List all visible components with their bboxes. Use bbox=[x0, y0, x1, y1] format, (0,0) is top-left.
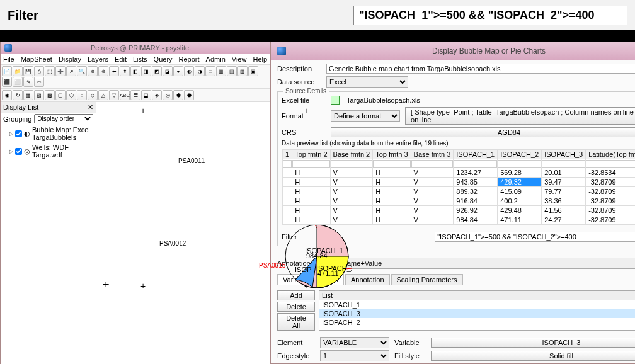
col-hdr[interactable]: Latitude(Top fmtn) (Lat) bbox=[586, 149, 635, 159]
tool-icon[interactable]: □ bbox=[205, 66, 215, 76]
menu-lists[interactable]: Lists bbox=[133, 55, 147, 63]
tool-icon[interactable]: ◇ bbox=[88, 90, 98, 100]
fill-style-button[interactable]: Solid fill bbox=[431, 351, 635, 361]
variable-button[interactable]: ISOPACH_3 bbox=[431, 338, 635, 348]
delete-button[interactable]: Delete bbox=[277, 302, 315, 312]
tool-icon[interactable]: ◧ bbox=[130, 66, 140, 76]
table-row[interactable]: HVHV984.84471.1124.27-32.8709123.2 bbox=[283, 215, 635, 224]
col-filter[interactable] bbox=[454, 160, 497, 168]
tool-icon[interactable]: 💾 bbox=[23, 66, 33, 76]
tool-icon[interactable]: ▤ bbox=[227, 66, 237, 76]
tree-item-bubblemap[interactable]: ▷◐ Bubble Map: Excel TargaBubbleIs bbox=[1, 125, 96, 142]
col-hdr[interactable]: ISOPACH_1 bbox=[454, 149, 498, 159]
col-hdr[interactable]: 1 bbox=[283, 149, 292, 159]
col-filter[interactable] bbox=[586, 160, 635, 168]
list-item[interactable]: ISOPACH_1 bbox=[319, 300, 635, 309]
tool-icon[interactable]: ⊖ bbox=[98, 66, 108, 76]
menu-layers[interactable]: Layers bbox=[88, 55, 108, 63]
file-icon[interactable] bbox=[331, 96, 340, 105]
tool-icon[interactable]: ◐ bbox=[184, 66, 194, 76]
table-row[interactable]: HVHV916.84400.238.36-32.8709123.2 bbox=[283, 196, 635, 205]
layer-checkbox[interactable] bbox=[15, 148, 22, 155]
tool-icon[interactable]: ⬚ bbox=[45, 66, 55, 76]
tool-icon[interactable]: ◉ bbox=[2, 90, 12, 100]
col-hdr[interactable]: Base fmtn 3 bbox=[411, 149, 454, 159]
menu-admin[interactable]: Admin bbox=[206, 55, 226, 63]
tool-icon[interactable]: ⊕ bbox=[88, 66, 98, 76]
tool-icon[interactable]: ⎙ bbox=[34, 66, 44, 76]
tool-icon[interactable]: ⬛ bbox=[2, 77, 12, 87]
tool-icon[interactable]: ▽ bbox=[109, 90, 119, 100]
menu-display[interactable]: Display bbox=[59, 55, 81, 63]
layer-checkbox[interactable] bbox=[15, 130, 22, 137]
menu-report[interactable]: Report bbox=[179, 55, 200, 63]
tool-icon[interactable]: ◎ bbox=[163, 90, 173, 100]
tool-icon[interactable]: ▩ bbox=[45, 90, 55, 100]
tool-icon[interactable]: ⬌ bbox=[109, 66, 119, 76]
col-hdr[interactable]: Top fmtn 3 bbox=[373, 149, 411, 159]
table-row[interactable]: HVHV943.85429.3239.47-32.8709123.2 bbox=[283, 177, 635, 186]
col-filter[interactable] bbox=[292, 160, 329, 168]
tool-icon[interactable]: ↗ bbox=[66, 66, 76, 76]
col-filter[interactable] bbox=[542, 160, 585, 168]
tree-item-wells[interactable]: ▷◎ Wells: WDF Targa.wdf bbox=[1, 142, 96, 160]
close-icon[interactable]: ✕ bbox=[88, 103, 93, 111]
tool-icon[interactable]: △ bbox=[98, 90, 108, 100]
menu-mapsheet[interactable]: MapSheet bbox=[21, 55, 52, 63]
add-button[interactable]: Add bbox=[277, 290, 315, 300]
tool-icon[interactable]: ◑ bbox=[195, 66, 205, 76]
col-filter[interactable] bbox=[331, 160, 373, 168]
menu-bar[interactable]: File MapSheet Display Layers Edit Lists … bbox=[1, 54, 270, 65]
tool-icon[interactable]: ◪ bbox=[163, 66, 173, 76]
description-input[interactable] bbox=[326, 64, 635, 74]
tab-scaling[interactable]: Scaling Parameters bbox=[391, 274, 463, 285]
preview-table[interactable]: 1 Top fmtn 2 Base fmtn 2 Top fmtn 3 Base… bbox=[282, 149, 635, 225]
tool-icon[interactable]: ⬣ bbox=[184, 90, 194, 100]
tool-icon[interactable]: ➕ bbox=[55, 66, 66, 76]
list-item[interactable]: ISOPACH_2 bbox=[319, 318, 635, 327]
tool-icon[interactable]: ▦ bbox=[23, 90, 33, 100]
menu-file[interactable]: File bbox=[3, 55, 14, 63]
tool-icon[interactable]: ⬓ bbox=[141, 90, 151, 100]
tool-icon[interactable]: ◈ bbox=[152, 90, 162, 100]
annotation-type-select[interactable]: Name+Value bbox=[339, 258, 635, 269]
tool-icon[interactable]: ▦ bbox=[216, 66, 226, 76]
table-row[interactable]: HVHV889.32415.0979.77-32.8709123.2 bbox=[283, 186, 635, 196]
tool-icon[interactable]: ✂ bbox=[34, 77, 44, 87]
tool-icon[interactable]: ▨ bbox=[34, 90, 44, 100]
col-hdr[interactable]: ISOPACH_3 bbox=[542, 149, 586, 159]
delete-all-button[interactable]: Delete All bbox=[277, 313, 315, 331]
tool-icon[interactable]: ▣ bbox=[248, 66, 258, 76]
format-select[interactable]: Define a format bbox=[331, 110, 400, 122]
map-canvas[interactable]: + + + + + PSA0011 PSA0012 PSA0015 bbox=[96, 102, 270, 364]
tool-icon[interactable]: ● bbox=[173, 66, 183, 76]
col-hdr[interactable]: ISOPACH_2 bbox=[498, 149, 542, 159]
tool-icon[interactable]: ↻ bbox=[13, 90, 23, 100]
tool-icon[interactable]: ABC bbox=[120, 90, 130, 100]
crs-button[interactable]: AGD84 bbox=[331, 127, 635, 137]
tool-icon[interactable]: 📁 bbox=[13, 66, 23, 76]
format-summary-button[interactable]: [ Shape type=Point ; Table=TargaBubbleIs… bbox=[405, 107, 635, 125]
col-filter[interactable] bbox=[411, 160, 454, 168]
table-row[interactable]: HVHV926.92429.4841.56-32.8709123.2 bbox=[283, 205, 635, 215]
tool-icon[interactable]: ▥ bbox=[237, 66, 248, 76]
table-row[interactable]: HVHV1234.27569.2820.01-32.8534123.2 bbox=[283, 168, 635, 177]
col-filter[interactable] bbox=[498, 160, 541, 168]
grouping-select[interactable]: Display order bbox=[34, 114, 93, 123]
tool-icon[interactable]: ▢ bbox=[55, 90, 66, 100]
list-item[interactable]: ISOPACH_3 bbox=[319, 309, 635, 318]
menu-query[interactable]: Query bbox=[154, 55, 173, 63]
col-filter[interactable] bbox=[283, 160, 292, 168]
col-hdr[interactable]: Base fmtn 2 bbox=[330, 149, 373, 159]
tool-icon[interactable]: ○ bbox=[77, 90, 87, 100]
tool-icon[interactable]: ◩ bbox=[152, 66, 162, 76]
tool-icon[interactable]: ◨ bbox=[141, 66, 151, 76]
element-select[interactable]: VARIABLE bbox=[320, 337, 389, 348]
variable-list[interactable]: List ISOPACH_1 ISOPACH_3 ISOPACH_2 bbox=[319, 290, 635, 331]
tool-icon[interactable]: ⬜ bbox=[13, 77, 23, 87]
menu-edit[interactable]: Edit bbox=[115, 55, 127, 63]
filter-input[interactable] bbox=[435, 232, 635, 242]
tool-icon[interactable]: 🔍 bbox=[77, 66, 87, 76]
col-filter[interactable] bbox=[373, 160, 410, 168]
tool-icon[interactable]: ✎ bbox=[23, 77, 33, 87]
